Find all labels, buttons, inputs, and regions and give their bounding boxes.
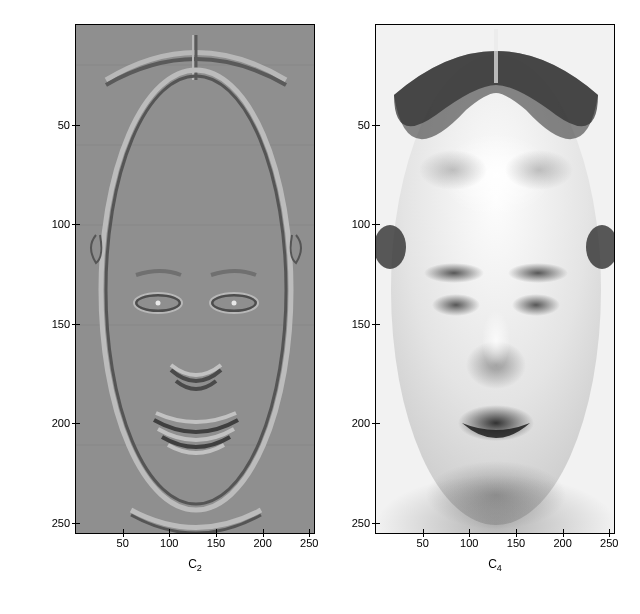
xlabel-c4: C4: [488, 557, 502, 573]
svg-point-12: [156, 301, 161, 306]
svg-rect-0: [76, 25, 314, 533]
axes-c2: 50 100 150 200 250 50 100 150 200 250 C2: [75, 24, 315, 534]
image-c4: [376, 25, 614, 533]
xlabel-base: C: [488, 557, 497, 571]
svg-point-15: [232, 301, 237, 306]
xlabel-sub: 2: [197, 563, 202, 573]
xlabel-base: C: [188, 557, 197, 571]
svg-point-26: [432, 294, 480, 316]
svg-point-21: [505, 150, 573, 190]
xlabel-sub: 4: [497, 563, 502, 573]
image-c2: [76, 25, 314, 533]
svg-point-27: [512, 294, 560, 316]
svg-point-25: [508, 263, 568, 283]
svg-point-29: [482, 310, 510, 370]
svg-point-24: [424, 263, 484, 283]
figure-canvas: 50 100 150 200 250 50 100 150 200 250 C2: [0, 0, 640, 614]
xlabel-c2: C2: [188, 557, 202, 573]
axes-c4: 50 100 150 200 250 50 100 150 200 250 C4: [375, 24, 615, 534]
svg-point-20: [419, 150, 487, 190]
